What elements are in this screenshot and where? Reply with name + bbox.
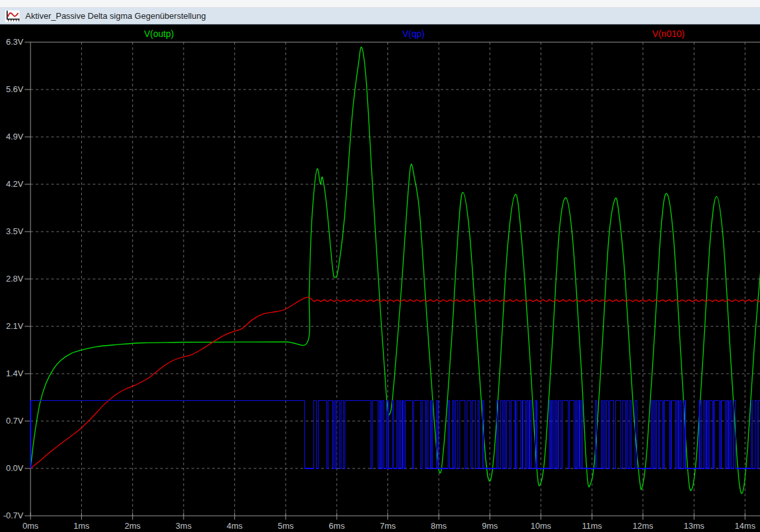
- trace-voutp: [31, 47, 760, 494]
- svg-text:4ms: 4ms: [227, 521, 243, 531]
- svg-text:0.0V: 0.0V: [6, 463, 23, 473]
- svg-text:2ms: 2ms: [125, 521, 141, 531]
- svg-text:11ms: 11ms: [582, 521, 602, 531]
- svg-text:12ms: 12ms: [633, 521, 654, 531]
- svg-text:4.9V: 4.9V: [6, 132, 23, 141]
- svg-text:0.7V: 0.7V: [6, 416, 23, 426]
- plot-pane[interactable]: 0ms1ms2ms3ms4ms5ms6ms7ms8ms9ms10ms11ms12…: [0, 25, 760, 532]
- svg-text:10ms: 10ms: [531, 521, 552, 531]
- y-axis-labels: 6.3V5.6V4.9V4.2V3.5V2.8V2.1V1.4V0.7V0.0V…: [3, 37, 23, 520]
- trace-vqp: [31, 401, 760, 468]
- svg-text:5.6V: 5.6V: [6, 84, 23, 94]
- svg-text:2.1V: 2.1V: [6, 321, 23, 331]
- grid-lines: [31, 42, 760, 516]
- ltspice-waveform-window: Aktiver_Passive Delta sigma Gegenüberste…: [0, 0, 760, 532]
- svg-text:1ms: 1ms: [73, 521, 90, 531]
- legend-label-vn010[interactable]: V(n010): [652, 29, 685, 39]
- svg-text:-0.7V: -0.7V: [3, 511, 23, 520]
- waveform-icon: [5, 10, 19, 22]
- svg-text:9ms: 9ms: [482, 521, 498, 531]
- waveform-chart[interactable]: 0ms1ms2ms3ms4ms5ms6ms7ms8ms9ms10ms11ms12…: [0, 25, 760, 532]
- svg-text:3ms: 3ms: [176, 521, 192, 531]
- svg-text:4.2V: 4.2V: [6, 179, 23, 189]
- svg-text:6ms: 6ms: [329, 521, 345, 531]
- x-axis-labels: 0ms1ms2ms3ms4ms5ms6ms7ms8ms9ms10ms11ms12…: [23, 521, 756, 531]
- svg-text:8ms: 8ms: [431, 521, 447, 531]
- window-title: Aktiver_Passive Delta sigma Gegenüberste…: [25, 11, 206, 21]
- legend-label-vqp[interactable]: V(qp): [402, 29, 424, 39]
- window-top-strip: [0, 0, 760, 8]
- title-bar[interactable]: Aktiver_Passive Delta sigma Gegenüberste…: [0, 8, 760, 25]
- svg-text:13ms: 13ms: [684, 521, 705, 531]
- svg-text:5ms: 5ms: [278, 521, 294, 531]
- svg-text:3.5V: 3.5V: [6, 226, 23, 236]
- svg-text:14ms: 14ms: [735, 521, 755, 531]
- svg-text:1.4V: 1.4V: [6, 369, 23, 378]
- svg-text:7ms: 7ms: [380, 521, 396, 531]
- svg-text:2.8V: 2.8V: [6, 274, 23, 284]
- trace-vn010: [31, 297, 760, 468]
- svg-text:6.3V: 6.3V: [6, 37, 23, 47]
- svg-text:0ms: 0ms: [23, 521, 39, 531]
- legend-label-voutp[interactable]: V(outp): [144, 29, 174, 39]
